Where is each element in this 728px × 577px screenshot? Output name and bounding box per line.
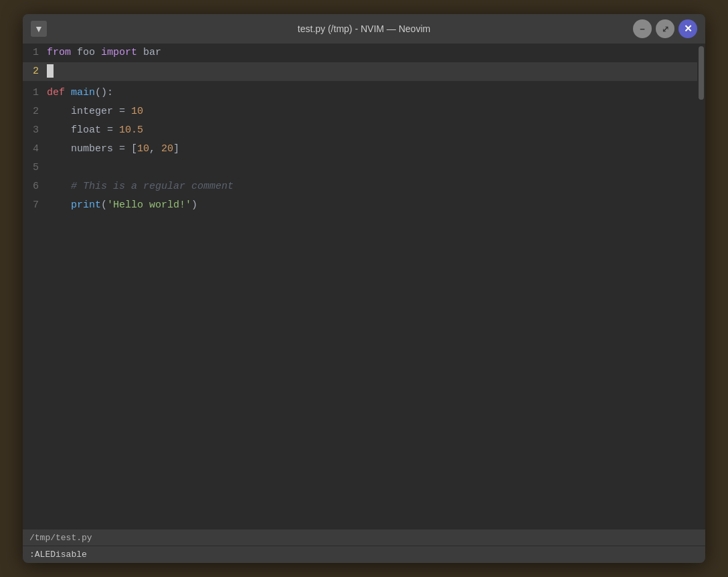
table-row: 1 from foo import bar	[23, 44, 697, 62]
neovim-window: ▼ test.py (/tmp) - NVIM — Neovim − ⤢ ✕ 1…	[23, 14, 705, 563]
titlebar-left: ▼	[31, 21, 47, 37]
maximize-button[interactable]: ⤢	[656, 19, 674, 38]
table-row: 1 def main():	[23, 84, 697, 102]
table-row: 6 # This is a regular comment	[23, 177, 697, 196]
scrollbar[interactable]	[697, 44, 705, 529]
line-number-current: 2	[23, 62, 47, 81]
window-controls: − ⤢ ✕	[633, 19, 697, 38]
line-content	[47, 62, 692, 81]
line-number: 5	[23, 159, 47, 177]
window-title: test.py (/tmp) - NVIM — Neovim	[298, 23, 430, 34]
code-editor[interactable]: 1 from foo import bar 2 1 def main(): 2 …	[23, 44, 697, 529]
table-row: 4 numbers = [10, 20]	[23, 140, 697, 159]
table-row: 5	[23, 159, 697, 177]
line-number: 3	[23, 121, 47, 140]
titlebar: ▼ test.py (/tmp) - NVIM — Neovim − ⤢ ✕	[23, 14, 705, 44]
table-row: 3 float = 10.5	[23, 121, 697, 140]
statusbar-path: /tmp/test.py	[29, 533, 92, 543]
close-button[interactable]: ✕	[678, 19, 697, 38]
line-content: # This is a regular comment	[47, 177, 692, 196]
line-content	[47, 159, 692, 177]
line-number: 6	[23, 177, 47, 196]
statusbar: /tmp/test.py	[23, 529, 705, 546]
cmdline-text: :ALEDisable	[29, 550, 87, 560]
cursor	[47, 64, 54, 78]
line-content: print('Hello world!')	[47, 196, 692, 215]
line-number: 1	[23, 84, 47, 102]
table-row: 7 print('Hello world!')	[23, 196, 697, 215]
table-row: 2	[23, 62, 697, 81]
line-content: float = 10.5	[47, 121, 692, 140]
cmdline[interactable]: :ALEDisable	[23, 546, 705, 563]
menu-button[interactable]: ▼	[31, 21, 47, 37]
line-number: 4	[23, 140, 47, 159]
editor-area[interactable]: 1 from foo import bar 2 1 def main(): 2 …	[23, 44, 705, 529]
table-row: 2 integer = 10	[23, 102, 697, 121]
line-number: 7	[23, 196, 47, 215]
line-content: from foo import bar	[47, 44, 692, 62]
chevron-down-icon: ▼	[34, 23, 43, 34]
scrollbar-thumb[interactable]	[699, 46, 704, 100]
line-content: def main():	[47, 84, 692, 102]
line-number: 1	[23, 44, 47, 62]
line-content: integer = 10	[47, 102, 692, 121]
line-content: numbers = [10, 20]	[47, 140, 692, 159]
minimize-button[interactable]: −	[633, 19, 652, 38]
line-number: 2	[23, 102, 47, 121]
